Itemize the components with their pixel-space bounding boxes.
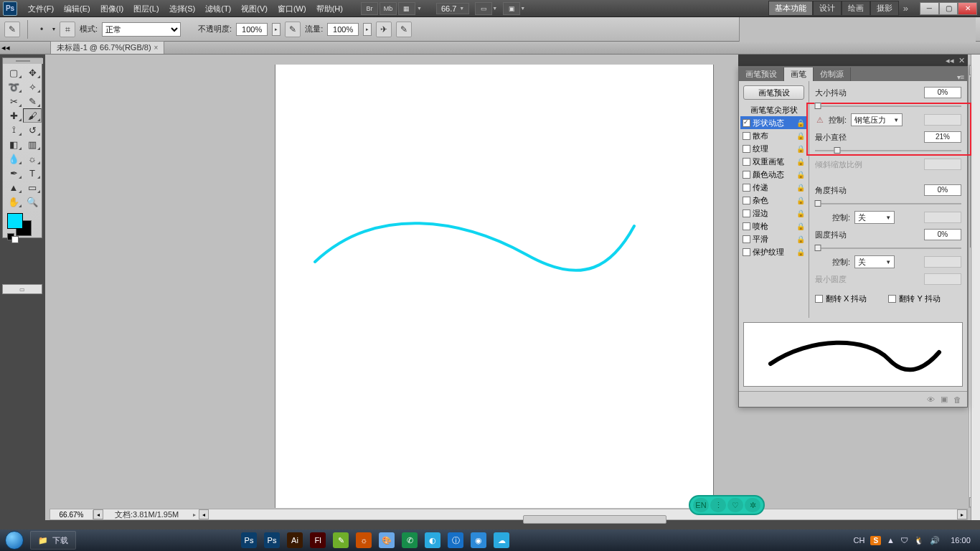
screen-mode-icon[interactable]: ▭ <box>475 2 492 15</box>
lock-icon[interactable]: 🔒 <box>796 119 805 127</box>
checkbox-icon[interactable] <box>743 209 750 217</box>
flip-y-checkbox[interactable]: 翻转 Y 抖动 <box>888 293 940 304</box>
tool-gradient[interactable]: ▥ <box>23 137 42 151</box>
lock-icon[interactable]: 🔒 <box>796 235 805 243</box>
bridge-icon[interactable]: Br <box>361 2 378 15</box>
h-scroll-right-icon[interactable]: ▸ <box>957 509 967 519</box>
mode-select[interactable]: 正常 <box>102 22 181 37</box>
tool-eyedropper[interactable]: ✎ <box>23 94 42 108</box>
brush-opt-scatter[interactable]: 散布🔒 <box>740 129 807 142</box>
brush-tip-shape[interactable]: 画笔笔尖形状 <box>740 103 807 116</box>
checkbox-icon[interactable] <box>743 158 750 166</box>
toggle-preview-icon[interactable]: 👁 <box>927 395 935 404</box>
tools-grip[interactable] <box>3 58 43 64</box>
tool-crop[interactable]: ✂ <box>4 94 23 108</box>
taskbar-app-6[interactable]: 🎨 <box>379 532 395 548</box>
minibridge-icon[interactable]: Mb <box>380 2 397 15</box>
document-tab[interactable]: 未标题-1 @ 66.7%(RGB/8) × <box>50 41 164 54</box>
checkbox-icon[interactable] <box>743 119 750 127</box>
lock-icon[interactable]: 🔒 <box>796 132 805 140</box>
tab-brush[interactable]: 画笔 <box>784 67 814 81</box>
brush-opt-color[interactable]: 颜色动态🔒 <box>740 168 807 181</box>
close-button[interactable]: ✕ <box>958 2 977 15</box>
lock-icon[interactable]: 🔒 <box>796 158 805 166</box>
canvas[interactable] <box>275 65 713 508</box>
tool-hand[interactable]: ✋ <box>4 194 23 209</box>
h-scrollbar[interactable]: 66.67% ◂ 文档:3.81M/1.95M ▸ ◂ ▸ <box>50 509 968 520</box>
menu-filter[interactable]: 滤镜(T) <box>200 0 236 17</box>
brush-opt-protect[interactable]: 保护纹理🔒 <box>740 245 807 258</box>
taskbar-app-9[interactable]: ⓘ <box>448 532 463 548</box>
tool-heal[interactable]: ✚ <box>4 108 23 123</box>
min-diameter-field[interactable]: 21% <box>924 131 961 143</box>
opacity-arrow-icon[interactable]: ▸ <box>272 23 281 36</box>
menu-window[interactable]: 窗口(W) <box>273 0 311 17</box>
workspace-more-icon[interactable]: » <box>899 3 913 14</box>
brush-opt-dual[interactable]: 双重画笔🔒 <box>740 155 807 168</box>
tab-clone-source[interactable]: 仿制源 <box>814 67 851 81</box>
size-jitter-slider[interactable] <box>815 103 961 110</box>
workspace-paint[interactable]: 绘画 <box>842 1 870 16</box>
brush-opt-shape[interactable]: 形状动态🔒 <box>740 116 807 129</box>
menu-layer[interactable]: 图层(L) <box>128 0 164 17</box>
h-scroll-left2-icon[interactable]: ◂ <box>199 509 209 519</box>
checkbox-icon[interactable] <box>743 248 750 256</box>
menu-image[interactable]: 图像(I) <box>95 0 128 17</box>
checkbox-icon[interactable] <box>743 171 750 179</box>
tool-eraser[interactable]: ◧ <box>4 137 23 151</box>
close-tab-icon[interactable]: × <box>154 44 159 52</box>
foreground-color[interactable] <box>7 213 23 229</box>
tool-stamp[interactable]: ⟟ <box>4 123 23 137</box>
brush-preview-icon[interactable]: • <box>35 22 48 37</box>
lock-icon[interactable]: 🔒 <box>796 222 805 230</box>
tool-history-brush[interactable]: ↺ <box>23 123 42 137</box>
taskbar-app-11[interactable]: ☁ <box>494 532 509 548</box>
chevron-down-icon[interactable]: ▼ <box>417 6 422 11</box>
tool-zoom[interactable]: 🔍 <box>23 194 42 209</box>
floating-toolbar[interactable]: EN ⋮ ♡ ✲ <box>689 495 765 515</box>
panel-dock-header[interactable]: ◂◂✕ <box>738 55 968 66</box>
tray-up-icon[interactable]: ▲ <box>887 536 895 545</box>
tool-path-select[interactable]: ▲ <box>4 180 23 194</box>
fab-menu-icon[interactable]: ⋮ <box>710 498 726 512</box>
brush-opt-airbrush[interactable]: 喷枪🔒 <box>740 220 807 232</box>
size-jitter-field[interactable]: 0% <box>924 87 961 98</box>
h-scroll-thumb[interactable] <box>523 515 666 524</box>
tray-security-icon[interactable]: 🛡 <box>900 536 908 545</box>
tray-app-icon[interactable]: 🐧 <box>914 536 924 545</box>
flow-arrow-icon[interactable]: ▸ <box>363 23 372 36</box>
flip-x-checkbox[interactable]: 翻转 X 抖动 <box>815 293 867 304</box>
lock-icon[interactable]: 🔒 <box>796 248 805 256</box>
tool-brush[interactable]: 🖌 <box>23 108 42 123</box>
taskbar-app-2[interactable]: Ai <box>287 532 303 548</box>
menu-file[interactable]: 文件(F) <box>23 0 59 17</box>
menu-help[interactable]: 帮助(H) <box>311 0 348 17</box>
round-jitter-slider[interactable] <box>815 245 961 252</box>
flow-field[interactable]: 100% <box>327 23 359 36</box>
h-scroll-left-icon[interactable]: ◂ <box>93 509 103 519</box>
round-control-select[interactable]: 关▼ <box>854 255 895 268</box>
menubar-zoom[interactable]: 66.7▼ <box>436 3 469 14</box>
lock-icon[interactable]: 🔒 <box>796 171 805 179</box>
lock-icon[interactable]: 🔒 <box>796 184 805 192</box>
tool-shape[interactable]: ▭ <box>23 180 42 194</box>
fab-gear-icon[interactable]: ✲ <box>745 498 760 512</box>
menu-view[interactable]: 视图(V) <box>236 0 273 17</box>
tool-preset-icon[interactable]: ✎ <box>4 22 20 37</box>
taskbar-app-8[interactable]: ◐ <box>425 532 440 548</box>
airbrush-icon[interactable]: ✈ <box>376 22 392 37</box>
maximize-button[interactable]: ▢ <box>939 2 958 15</box>
tray-volume-icon[interactable]: 🔊 <box>930 536 940 545</box>
taskbar-app-4[interactable]: ✎ <box>333 532 349 548</box>
panel-menu-icon[interactable]: ▾≡ <box>954 73 967 81</box>
angle-jitter-slider[interactable] <box>815 200 961 207</box>
workspace-design[interactable]: 设计 <box>813 1 842 16</box>
angle-jitter-field[interactable]: 0% <box>924 184 961 196</box>
tray-ime[interactable]: CH <box>854 536 865 545</box>
taskbar-app-10[interactable]: ◉ <box>471 532 486 548</box>
status-zoom[interactable]: 66.67% <box>50 510 93 519</box>
round-jitter-field[interactable]: 0% <box>924 229 961 240</box>
checkbox-icon[interactable] <box>743 132 750 140</box>
workspace-photo[interactable]: 摄影 <box>870 1 899 16</box>
checkbox-icon[interactable] <box>743 235 750 243</box>
